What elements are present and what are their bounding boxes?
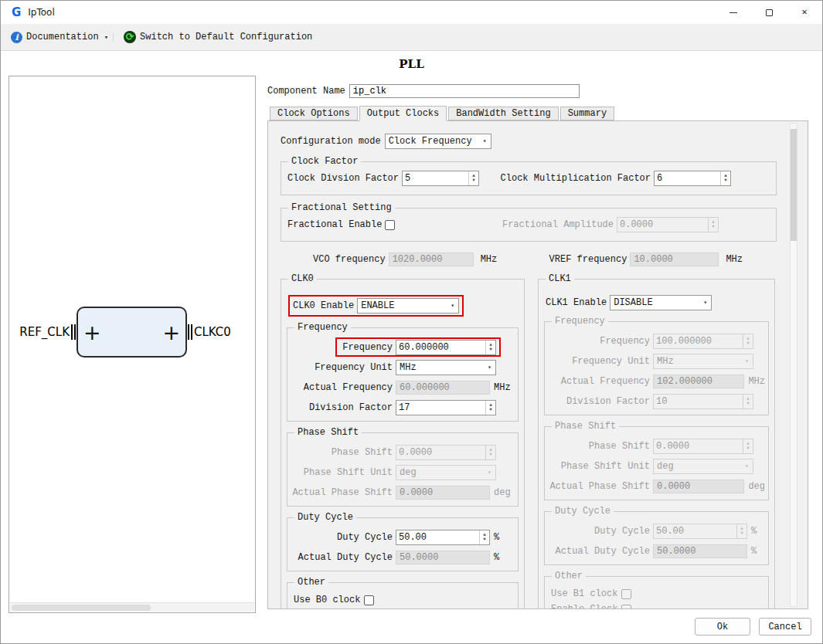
- group-title: Clock Factor: [288, 156, 361, 168]
- unit-label: %: [751, 546, 757, 557]
- clk0-actual-phase-row: Actual Phase Shift 0.0000 deg: [291, 483, 515, 503]
- use-b0-clock-checkbox[interactable]: [364, 595, 374, 605]
- spinner-arrows[interactable]: ▲▼: [485, 341, 495, 354]
- clock-factor-group: Clock Factor Clock Divsion Factor 5 ▲▼ C…: [281, 161, 777, 195]
- actual-frequency-label: Actual Frequency: [548, 376, 650, 387]
- use-b0-clock-label: Use B0 clock: [294, 595, 360, 605]
- clock-columns: CLK0 CLK0 Enable ENABLE ▾: [281, 279, 777, 609]
- clk1-other-group: Other Use B1 clock Enable Clock: [544, 576, 769, 609]
- tab-summary[interactable]: Summary: [560, 107, 614, 120]
- vertical-scrollbar[interactable]: [790, 123, 797, 607]
- minimize-button[interactable]: [716, 1, 751, 24]
- clk1-frequency-unit-row: Frequency Unit MHz ▾: [548, 351, 765, 371]
- clk0-group: CLK0 CLK0 Enable ENABLE ▾: [281, 279, 525, 609]
- component-name-input[interactable]: [349, 84, 580, 98]
- tab-bar: Clock Options Output Clocks BandWidth Se…: [270, 105, 808, 120]
- horizontal-scrollbar-thumb[interactable]: [12, 605, 151, 611]
- tab-output-clocks[interactable]: Output Clocks: [359, 106, 447, 121]
- clk0-duty-cycle-spinbox[interactable]: 50.00 ▲▼: [396, 530, 490, 545]
- fractional-setting-group: Fractional Setting Fractional Enable Fra…: [281, 208, 777, 242]
- spinner-arrows: ▲▼: [736, 524, 746, 538]
- chevron-down-icon: ▾: [479, 134, 491, 148]
- group-title: Other: [552, 571, 586, 582]
- highlight-box: CLK0 Enable ENABLE ▾: [288, 295, 464, 317]
- spinner-arrows[interactable]: ▲▼: [468, 171, 478, 185]
- frequency-label: Frequency: [548, 336, 650, 347]
- unit-label: %: [494, 552, 499, 563]
- clk0-frequency-unit-combobox[interactable]: MHz ▾: [396, 360, 496, 375]
- spin-down-icon[interactable]: ▼: [483, 537, 486, 542]
- group-title: CLK0: [288, 273, 317, 285]
- spinner-arrows[interactable]: ▲▼: [479, 530, 489, 544]
- spin-value: 17: [396, 401, 485, 415]
- input-port-icon: [71, 324, 76, 340]
- clock-division-spinbox[interactable]: 5 ▲▼: [402, 171, 479, 186]
- combo-value: Clock Frequency: [386, 134, 479, 148]
- group-title: Phase Shift: [552, 421, 619, 432]
- documentation-button[interactable]: i Documentation: [7, 29, 103, 46]
- horizontal-scrollbar[interactable]: [10, 602, 254, 612]
- documentation-label: Documentation: [26, 32, 99, 42]
- close-icon: ✕: [801, 8, 807, 17]
- documentation-dropdown-arrow[interactable]: ▾: [103, 33, 114, 42]
- close-button[interactable]: ✕: [787, 1, 822, 24]
- actual-phase-shift-label: Actual Phase Shift: [291, 487, 393, 498]
- spin-down-icon[interactable]: ▼: [724, 178, 727, 183]
- tab-clock-options[interactable]: Clock Options: [270, 107, 358, 120]
- clk0-enable-combobox[interactable]: ENABLE ▾: [357, 298, 459, 314]
- configuration-mode-combobox[interactable]: Clock Frequency ▾: [385, 134, 491, 149]
- spinner-arrows[interactable]: ▲▼: [485, 401, 495, 415]
- fractional-amplitude-label: Fractional Amplitude: [502, 219, 614, 230]
- vco-unit-label: MHz: [481, 254, 498, 265]
- ok-button[interactable]: Ok: [695, 618, 750, 636]
- spinner-arrows[interactable]: ▲▼: [720, 171, 730, 185]
- spin-value: 0.0000: [654, 439, 743, 453]
- spin-value: 50.00: [654, 524, 736, 538]
- component-name-label: Component Name: [267, 86, 345, 97]
- clock-multiplication-spinbox[interactable]: 6 ▲▼: [654, 171, 731, 186]
- clock-multiplication-label: Clock Multiplication Factor: [501, 173, 651, 184]
- vref-unit-label: MHz: [726, 254, 743, 265]
- maximize-button[interactable]: [751, 1, 787, 24]
- window-title: IpTool: [28, 7, 54, 18]
- clk1-enable-combobox[interactable]: DISABLE ▾: [610, 295, 712, 310]
- spin-value: 0.0000: [617, 218, 708, 232]
- spinner-arrows: ▲▼: [743, 334, 753, 348]
- vref-frequency-field: 10.0000: [630, 253, 719, 266]
- combo-value: deg: [396, 466, 484, 480]
- spin-down-icon[interactable]: ▼: [489, 347, 492, 352]
- pll-block[interactable]: + +: [77, 307, 187, 358]
- clkc0-port-label: CLKC0: [194, 325, 231, 339]
- clk0-frequency-spinbox[interactable]: 60.000000 ▲▼: [396, 340, 496, 355]
- vertical-scrollbar-thumb[interactable]: [791, 129, 797, 241]
- spin-down-icon[interactable]: ▼: [489, 408, 492, 412]
- clk0-enable-label: CLK0 Enable: [293, 300, 354, 311]
- chevron-down-icon: ▾: [741, 354, 753, 368]
- clk1-phase-shift-unit-combobox: deg ▾: [653, 459, 753, 474]
- clk1-use-clock-row: Use B1 clock: [548, 586, 765, 602]
- frequency-label: Frequency: [291, 342, 393, 353]
- phase-shift-label: Phase Shift: [291, 447, 393, 458]
- fractional-amplitude-spinbox: 0.0000 ▲▼: [617, 217, 719, 232]
- actual-frequency-label: Actual Frequency: [291, 382, 393, 393]
- clock-factor-row: Clock Divsion Factor 5 ▲▼ Clock Multipli…: [287, 171, 731, 186]
- switch-default-configuration-button[interactable]: ⟳ Switch to Default Configuration: [120, 29, 316, 46]
- spin-value: 5: [403, 171, 468, 185]
- cancel-button[interactable]: Cancel: [759, 618, 811, 636]
- fractional-amplitude-pair: Fractional Amplitude 0.0000 ▲▼: [502, 217, 719, 232]
- unit-label: %: [751, 526, 757, 537]
- tab-bandwidth-setting[interactable]: BandWidth Setting: [448, 107, 558, 120]
- spin-down-icon[interactable]: ▼: [472, 178, 475, 183]
- page-title: PLL: [1, 57, 822, 71]
- spin-value: 100.000000: [654, 334, 743, 348]
- combo-value: MHz: [654, 354, 741, 368]
- frequency-unit-label: Frequency Unit: [548, 356, 650, 367]
- clk0-phase-shift-group: Phase Shift Phase Shift 0.0000 ▲▼ Phase …: [287, 432, 519, 507]
- clk1-column: CLK1 CLK1 Enable DISABLE ▾ Frequency: [538, 279, 775, 609]
- chevron-down-icon: ▾: [741, 459, 753, 473]
- spin-down-icon: ▼: [746, 341, 750, 346]
- clk0-column: CLK0 CLK0 Enable ENABLE ▾: [281, 279, 525, 609]
- fractional-enable-checkbox[interactable]: [385, 220, 395, 230]
- clk0-division-factor-spinbox[interactable]: 17 ▲▼: [396, 400, 496, 415]
- toolbar: i Documentation ▾ ⟳ Switch to Default Co…: [1, 24, 822, 51]
